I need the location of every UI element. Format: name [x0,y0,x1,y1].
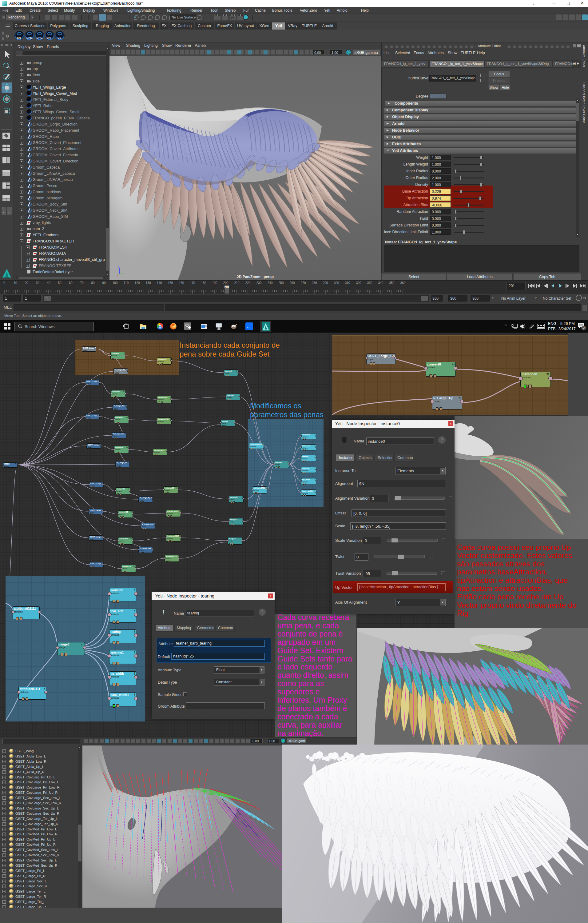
svg-text:320: 320 [356,281,361,284]
svg-text:250: 250 [278,281,284,284]
svg-text:20: 20 [25,281,28,284]
svg-text:z: z [118,266,119,268]
svg-text:310: 310 [345,281,350,284]
svg-text:140: 140 [157,281,162,284]
svg-text:190: 190 [212,281,218,284]
svg-text:240: 240 [267,281,273,284]
svg-text:230: 230 [257,281,262,284]
svg-text:260: 260 [290,281,295,284]
svg-text:180: 180 [201,281,206,284]
svg-text:x: x [117,274,118,277]
svg-text:100: 100 [113,281,118,284]
svg-text:90: 90 [102,281,106,284]
svg-text:290: 290 [323,281,328,284]
svg-text:200: 200 [223,281,228,284]
svg-text:40: 40 [47,281,51,284]
svg-text:120: 120 [135,281,140,284]
svg-text:50: 50 [58,281,62,284]
svg-text:270: 270 [301,281,306,284]
svg-text:210: 210 [234,281,239,284]
svg-text:130: 130 [146,281,151,284]
svg-text:360: 360 [400,281,406,284]
svg-text:160: 160 [179,281,184,284]
svg-text:2: 2 [583,327,585,330]
svg-text:30: 30 [36,281,39,284]
svg-text:300: 300 [334,281,339,284]
svg-text:150: 150 [168,281,173,284]
svg-text:70: 70 [80,281,84,284]
svg-text:60: 60 [69,281,72,284]
svg-text:220: 220 [246,281,251,284]
svg-text:330: 330 [367,281,372,284]
svg-text:10: 10 [13,281,17,284]
svg-text:110: 110 [124,281,129,284]
svg-text:170: 170 [190,281,195,284]
svg-text:340: 340 [378,281,383,284]
svg-text:350: 350 [389,281,395,284]
svg-text:201: 201 [224,286,229,289]
svg-text:0: 0 [3,281,5,284]
svg-text:280: 280 [312,281,317,284]
svg-text:80: 80 [91,281,95,284]
svg-text:MAYA: MAYA [264,329,268,331]
